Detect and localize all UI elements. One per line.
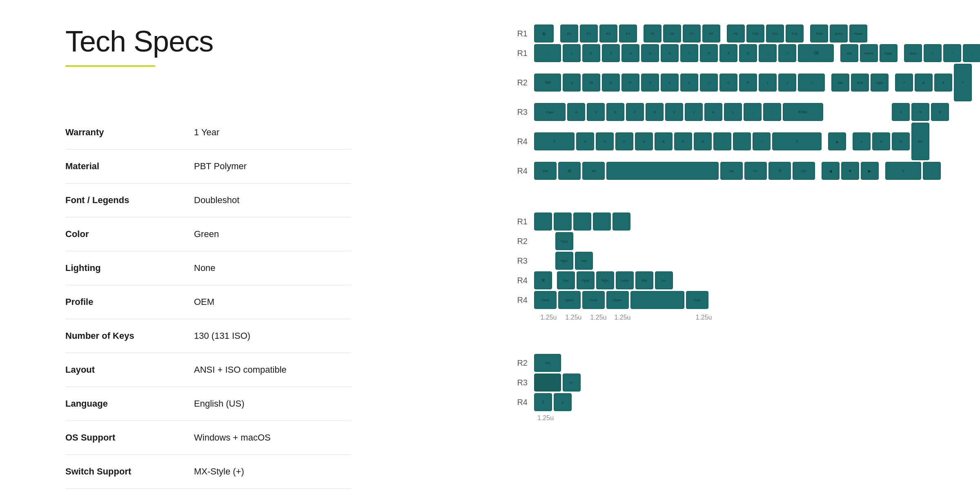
key-8: 8 [700,44,718,62]
key-e: E [602,74,620,92]
key-num-0: 0 [885,162,921,180]
key-period: . [733,132,751,150]
key-num-enter: Ent [911,123,929,160]
iso-key-hash: #~ [563,374,581,392]
key-t: T [641,74,659,92]
key-q: Q [563,74,581,92]
extra-key-pgup2: PgUp [577,271,595,289]
key-num-2: 2 [872,132,890,150]
key-1: 1 [563,44,581,62]
key-p: P [739,74,757,92]
spec-row: ProfileOEM [65,285,351,319]
key-ins: Ins [840,44,858,62]
key-end: End [851,74,869,92]
key-up: ▲ [828,132,846,150]
extra-row-r3: R3 PgDn Fwd [514,252,956,270]
extra-key-del1: Del [635,271,653,289]
extra-key-option1: Option [558,291,581,309]
key-f12: F12 [786,25,804,43]
spec-row: Font / LegendsDoubleshot [65,183,351,217]
key-space [606,162,719,180]
key-pause: Pause [849,25,867,43]
key-rbracket: ] [778,74,796,92]
key-n: N [674,132,692,150]
key-rctrl: Ctrl [793,162,815,180]
key-slash: / [753,132,771,150]
specs-table: Warranty1 YearMaterialPBT PolymerFont / … [65,116,351,489]
spec-value: MX-Style (+) [194,466,351,477]
key-f4: F4 [619,25,637,43]
spec-label: Material [65,161,194,172]
key-row-r4: R4 ⇧ Z X C V B N M , . / ⇧ ▲ 1 2 3 Ent [514,123,956,160]
key-f2: F2 [580,25,598,43]
spec-label: Language [65,398,194,409]
key-row-r1-num: R1 ~` 1 2 3 4 5 6 7 8 9 0 - = ⌫ Ins Home… [514,44,956,62]
spec-row: MaterialPBT Polymer [65,150,351,183]
key-left: ◀ [822,162,840,180]
key-0: 0 [739,44,757,62]
key-row-r3: R3 Caps A S D F G H J K L ; ' Enter 4 5 … [514,103,956,121]
iso-label-r3: R3 [514,378,532,387]
key-num-div: / [924,44,942,62]
key-7: 7 [680,44,698,62]
key-num-lock: Num [904,44,922,62]
extra-key-1 [534,213,552,230]
key-num-1: 1 [853,132,871,150]
extra-key-5 [612,213,630,230]
key-f3: F3 [599,25,617,43]
extra-keys-group: R1 R2 PgUp R3 PgDn Fwd [514,213,956,321]
iso-row-r4: R4 ⇧ |\ [514,393,956,411]
key-f1: F1 [560,25,578,43]
spec-label: OS Support [65,432,194,443]
iso-size-1-25u: 1.25u [537,413,554,421]
key-lwin: ⊞ [558,162,581,180]
spec-value: Windows + macOS [194,432,351,443]
spec-row: OS SupportWindows + macOS [65,421,351,455]
key-num-3: 3 [892,132,910,150]
key-comma: , [713,132,731,150]
key-equals: = [778,44,796,62]
key-f6: F6 [663,25,681,43]
key-u: U [680,74,698,92]
spec-label: Lighting [65,263,194,273]
main-keyboard: R1 ⊞ F1 F2 F3 F4 F5 F6 F7 F8 F9 F10 F11 … [514,25,956,180]
extra-row-r4-mac: R4 Cmd Option Cmd Option Code 1.25u 1.25… [514,291,956,321]
spec-value: PBT Polymer [194,161,351,172]
extra-key-option2: Option [606,291,629,309]
extra-key-code: Code [686,291,708,309]
size-1-25u-2: 1.25u [565,312,581,321]
key-f: F [626,103,644,121]
key-prtsc: PrtSc [810,25,828,43]
key-y: Y [661,74,679,92]
extra-row-r1: R1 [514,213,956,230]
extra-key-pgdn-1: PgDn [555,252,573,270]
iso-key-lshift: ⇧ [534,393,552,411]
key-num-4: 4 [892,103,910,121]
extra-key-cmd1: ⌘ [534,271,552,289]
key-num-sub: - [963,44,980,62]
extra-label-r4: R4 [514,276,532,285]
key-home: Home [860,44,878,62]
spec-row: ColorGreen [65,217,351,251]
extra-label-r2: R2 [514,237,532,246]
iso-label-r4: R4 [514,398,532,407]
spec-value: 130 (131 ISO) [194,331,351,341]
row-label-r1: R1 [514,29,532,38]
extra-key-4 [593,213,611,230]
key-w: W [582,74,600,92]
key-backslash: \ [798,74,825,92]
key-semicolon: ; [744,103,762,121]
key-right: ▶ [861,162,879,180]
key-tilde: ~` [534,44,561,62]
key-h: H [665,103,683,121]
spec-label: Warranty [65,127,194,138]
size-1-25u-1: 1.25u [540,312,557,321]
key-x: X [596,132,614,150]
key-g: G [646,103,664,121]
extra-key-home1: Home [616,271,634,289]
extra-key-space [630,291,684,309]
key-d: D [606,103,624,121]
key-j: J [685,103,703,121]
row-label-r2: R2 [514,78,532,87]
spec-label: Font / Legends [65,195,194,206]
